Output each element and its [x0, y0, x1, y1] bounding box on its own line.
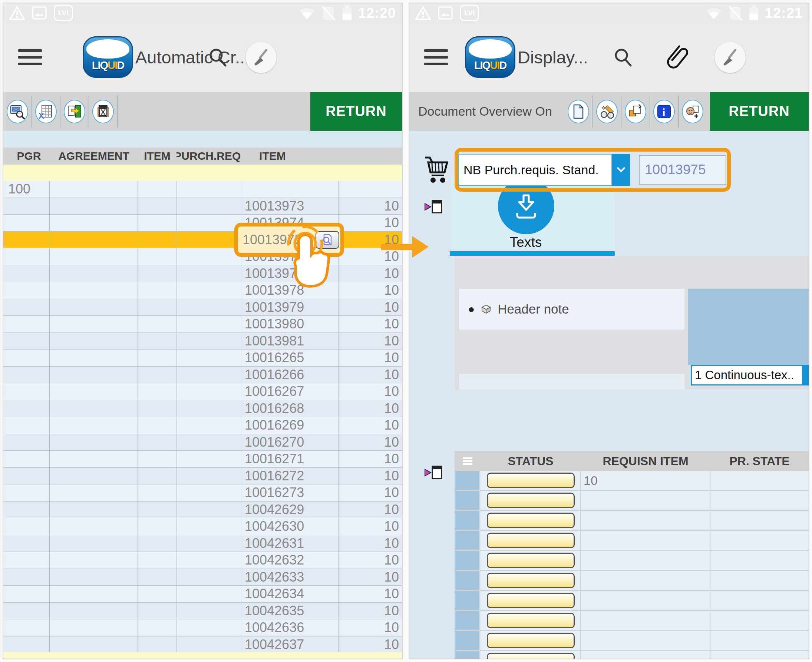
item-row[interactable] [455, 531, 809, 551]
row-selector[interactable] [455, 631, 481, 650]
cell-pgr[interactable] [5, 383, 50, 400]
cell-requisn-item[interactable] [580, 591, 711, 610]
cell-ten[interactable]: 10 [339, 484, 402, 501]
doc-type-dropdown-button[interactable] [612, 154, 630, 186]
cell-item[interactable] [138, 198, 177, 215]
cell-pur[interactable] [177, 636, 241, 653]
cell-pgr[interactable] [5, 451, 50, 468]
menu-icon[interactable] [18, 49, 42, 65]
cell-num[interactable]: 10016272 [241, 468, 339, 484]
cell-item[interactable] [138, 586, 177, 603]
cell-pgr[interactable] [5, 198, 50, 215]
cell-pr-state[interactable] [711, 511, 809, 530]
header-pgr[interactable]: PGR [5, 148, 50, 165]
cell-agr[interactable] [50, 518, 138, 535]
cell-pgr[interactable] [5, 299, 50, 316]
cell-pur[interactable] [177, 468, 241, 484]
cell-pur[interactable] [177, 350, 241, 366]
table-row[interactable]: 100 [3, 181, 402, 198]
cell-num[interactable]: 10016265 [241, 350, 339, 366]
doc-overview-toggle[interactable]: Document Overview On [418, 104, 552, 119]
cell-ten[interactable]: 10 [339, 333, 402, 350]
header-status[interactable]: STATUS [481, 455, 580, 468]
status-indicator-button[interactable] [487, 653, 575, 659]
cell-item[interactable] [138, 417, 177, 434]
export-file-button[interactable] [64, 100, 85, 124]
cell-num[interactable]: 10042635 [241, 603, 339, 619]
cell-pgr[interactable] [5, 215, 50, 231]
cell-item[interactable] [138, 501, 177, 518]
cell-pur[interactable] [177, 366, 241, 383]
cell-requisn-item[interactable] [580, 511, 711, 530]
cell-agr[interactable] [50, 383, 138, 400]
cell-pur[interactable] [177, 586, 241, 603]
item-row[interactable] [455, 511, 809, 531]
cell-pgr[interactable] [5, 400, 50, 417]
row-selector[interactable] [455, 591, 481, 610]
table-row[interactable]: 1004263210 [3, 552, 402, 569]
cell-pur[interactable] [177, 400, 241, 417]
row-selector[interactable] [455, 511, 481, 530]
cell-agr[interactable] [50, 248, 138, 265]
cell-pur[interactable] [177, 552, 241, 569]
cell-item[interactable] [138, 248, 177, 265]
table-row[interactable]: 1001626710 [3, 383, 402, 400]
table-row[interactable]: 1001398110 [3, 333, 402, 350]
row-selector[interactable] [455, 551, 481, 570]
cell-item[interactable] [138, 316, 177, 333]
return-button[interactable]: RETURN [710, 92, 809, 131]
item-row[interactable] [455, 571, 809, 591]
cell-agr[interactable] [50, 451, 138, 468]
cell-pur[interactable] [177, 535, 241, 552]
cell-agr[interactable] [50, 468, 138, 484]
cell-num[interactable]: 10042633 [241, 569, 339, 586]
cell-agr[interactable] [50, 181, 138, 198]
items-header-menu[interactable] [455, 457, 481, 465]
cell-pur[interactable] [177, 248, 241, 265]
cell-ten[interactable]: 10 [339, 569, 402, 586]
cell-pgr[interactable] [5, 434, 50, 451]
table-row[interactable]: 1001626510 [3, 350, 402, 366]
cell-ten[interactable]: 10 [339, 468, 402, 484]
cell-pur[interactable] [177, 417, 241, 434]
cell-requisn-item[interactable] [580, 611, 711, 630]
cell-pur[interactable] [177, 619, 241, 636]
cell-item[interactable] [138, 569, 177, 586]
cell-ten[interactable]: 10 [339, 299, 402, 316]
row-selector[interactable] [455, 611, 481, 630]
row-selector[interactable] [455, 651, 481, 659]
cell-ten[interactable]: 10 [339, 215, 402, 231]
cell-num[interactable]: 10013980 [241, 316, 339, 333]
cell-agr[interactable] [50, 350, 138, 366]
item-row[interactable] [455, 491, 809, 511]
cell-requisn-item[interactable] [580, 491, 711, 510]
cell-pgr[interactable] [5, 518, 50, 535]
cell-agr[interactable] [50, 636, 138, 653]
header-pr-state[interactable]: PR. STATE [711, 455, 809, 468]
status-indicator-button[interactable] [487, 573, 575, 588]
cell-num[interactable]: 10016271 [241, 451, 339, 468]
cell-agr[interactable] [50, 603, 138, 619]
cell-pgr[interactable]: 100 [5, 181, 50, 198]
cell-num[interactable]: 10042629 [241, 501, 339, 518]
cell-item[interactable] [138, 350, 177, 366]
cell-ten[interactable]: 10 [339, 316, 402, 333]
alv-grid-button[interactable] [6, 100, 28, 124]
cell-pgr[interactable] [5, 569, 50, 586]
cell-agr[interactable] [50, 619, 138, 636]
table-row[interactable]: 1004263310 [3, 569, 402, 586]
cell-item[interactable] [138, 603, 177, 619]
item-row[interactable] [455, 591, 809, 611]
row-selector[interactable] [455, 471, 481, 490]
cell-pr-state[interactable] [711, 531, 809, 550]
header-requisn-item[interactable]: REQUISN ITEM [580, 455, 711, 468]
header-item[interactable]: ITEM [138, 148, 177, 165]
cell-num[interactable]: 10042637 [241, 636, 339, 653]
cell-agr[interactable] [50, 400, 138, 417]
row-selector[interactable] [455, 571, 481, 590]
expand-node-icon[interactable] [423, 462, 444, 483]
cell-agr[interactable] [50, 198, 138, 215]
table-row[interactable]: 1001397710 [3, 265, 402, 283]
brush-tools-button[interactable] [714, 42, 746, 73]
cell-item[interactable] [138, 265, 177, 282]
